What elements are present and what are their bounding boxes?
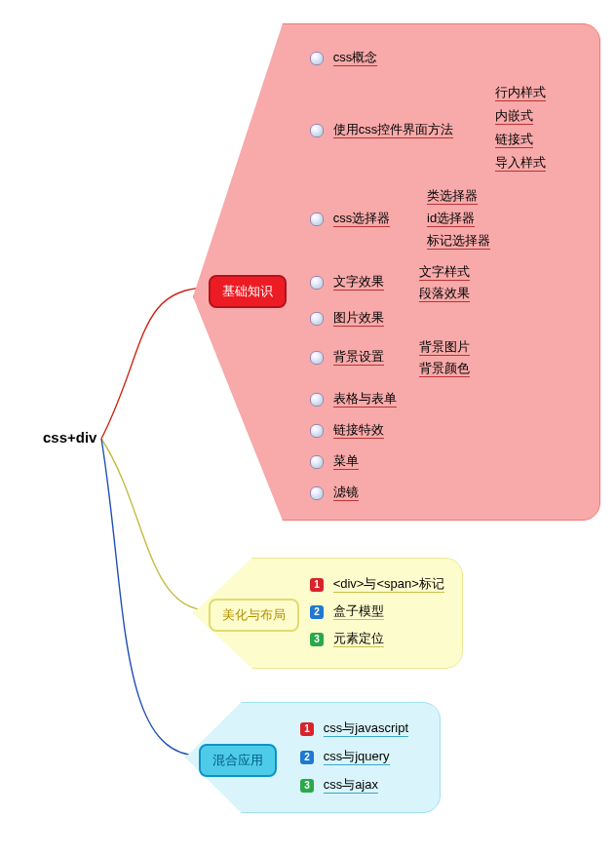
mindmap-canvas: css+div 基础知识 美化与布局 混合应用 css概念 使用css控件界面方… (0, 0, 616, 854)
leaf-label: 导入样式 (495, 155, 546, 172)
subleaf-text-style[interactable]: 文字样式 (419, 263, 470, 281)
basic-leaf-menu[interactable]: 菜单 (310, 452, 359, 470)
bullet-icon (310, 486, 324, 500)
basic-leaf-selectors[interactable]: css选择器 (310, 210, 390, 227)
leaf-label: 滤镜 (333, 485, 359, 501)
leaf-label: 表格与表单 (333, 391, 397, 408)
leaf-label: 行内样式 (495, 85, 546, 101)
subleaf-bg-image[interactable]: 背景图片 (419, 338, 470, 356)
leaf-label: 菜单 (333, 453, 359, 470)
bullet-icon (310, 213, 324, 226)
basic-leaf-use-css-ui[interactable]: 使用css控件界面方法 (310, 121, 453, 138)
branch-mix[interactable]: 混合应用 (199, 744, 277, 777)
layout-leaf-box-model[interactable]: 2 盒子模型 (310, 602, 384, 620)
leaf-label: css与javascript (324, 720, 408, 737)
subleaf-paragraph-effect[interactable]: 段落效果 (419, 285, 470, 302)
layout-leaf-positioning[interactable]: 3 元素定位 (310, 630, 384, 647)
subleaf-import-style[interactable]: 导入样式 (495, 154, 546, 172)
root-node[interactable]: css+div (43, 429, 96, 446)
branch-layout-label: 美化与布局 (222, 607, 286, 622)
subleaf-bg-color[interactable]: 背景颜色 (419, 360, 470, 377)
root-label: css+div (43, 429, 96, 446)
leaf-label: 段落效果 (419, 286, 470, 302)
leaf-label: 链接式 (495, 132, 533, 148)
leaf-label: id选择器 (427, 211, 475, 227)
leaf-label: 文字效果 (333, 274, 384, 291)
leaf-label: 图片效果 (333, 310, 384, 327)
branch-mix-label: 混合应用 (212, 753, 263, 767)
num-badge-2-icon: 2 (310, 605, 324, 619)
leaf-label: 背景图片 (419, 339, 470, 356)
leaf-label: 链接特效 (333, 422, 384, 439)
subleaf-embedded-style[interactable]: 内嵌式 (495, 107, 533, 125)
bullet-icon (310, 124, 324, 137)
mix-leaf-css-ajax[interactable]: 3 css与ajax (300, 776, 378, 794)
leaf-label: css概念 (333, 50, 378, 66)
leaf-label: 背景设置 (333, 349, 384, 366)
mix-leaf-css-jquery[interactable]: 2 css与jquery (300, 748, 390, 765)
num-badge-3-icon: 3 (300, 779, 314, 793)
basic-leaf-link-effects[interactable]: 链接特效 (310, 421, 384, 439)
basic-leaf-text-effects[interactable]: 文字效果 (310, 273, 384, 291)
leaf-label: css与ajax (324, 777, 378, 794)
leaf-label: <div>与<span>标记 (333, 576, 444, 593)
num-badge-2-icon: 2 (300, 751, 314, 764)
bullet-icon (310, 52, 324, 65)
subleaf-link-style[interactable]: 链接式 (495, 131, 533, 148)
bullet-icon (310, 312, 324, 326)
num-badge-1-icon: 1 (310, 578, 324, 592)
leaf-label: 类选择器 (427, 188, 478, 205)
subleaf-inline-style[interactable]: 行内样式 (495, 84, 546, 101)
branch-basic[interactable]: 基础知识 (209, 275, 287, 308)
num-badge-1-icon: 1 (300, 722, 314, 736)
leaf-label: 盒子模型 (333, 603, 384, 620)
leaf-label: 元素定位 (333, 631, 384, 647)
branch-basic-label: 基础知识 (222, 284, 273, 298)
basic-leaf-filter[interactable]: 滤镜 (310, 484, 359, 501)
leaf-label: 文字样式 (419, 264, 470, 281)
bullet-icon (310, 276, 324, 290)
leaf-label: css与jquery (324, 749, 390, 765)
basic-leaf-tables-forms[interactable]: 表格与表单 (310, 390, 397, 408)
basic-leaf-background[interactable]: 背景设置 (310, 348, 384, 366)
bullet-icon (310, 393, 324, 407)
basic-leaf-css-concept[interactable]: css概念 (310, 49, 377, 66)
leaf-label: 背景颜色 (419, 361, 470, 377)
num-badge-3-icon: 3 (310, 633, 324, 646)
leaf-label: 标记选择器 (427, 233, 490, 250)
leaf-label: 内嵌式 (495, 108, 533, 125)
leaf-label: css选择器 (333, 211, 391, 227)
layout-leaf-div-span[interactable]: 1 <div>与<span>标记 (310, 575, 444, 593)
bullet-icon (310, 424, 324, 438)
subleaf-class-selector[interactable]: 类选择器 (427, 187, 478, 205)
branch-layout[interactable]: 美化与布局 (209, 599, 299, 632)
subleaf-id-selector[interactable]: id选择器 (427, 210, 475, 227)
bullet-icon (310, 351, 324, 365)
subleaf-tag-selector[interactable]: 标记选择器 (427, 232, 490, 250)
leaf-label: 使用css控件界面方法 (333, 122, 454, 138)
bullet-icon (310, 455, 324, 469)
basic-leaf-image-effects[interactable]: 图片效果 (310, 309, 384, 327)
mix-leaf-css-js[interactable]: 1 css与javascript (300, 719, 408, 737)
